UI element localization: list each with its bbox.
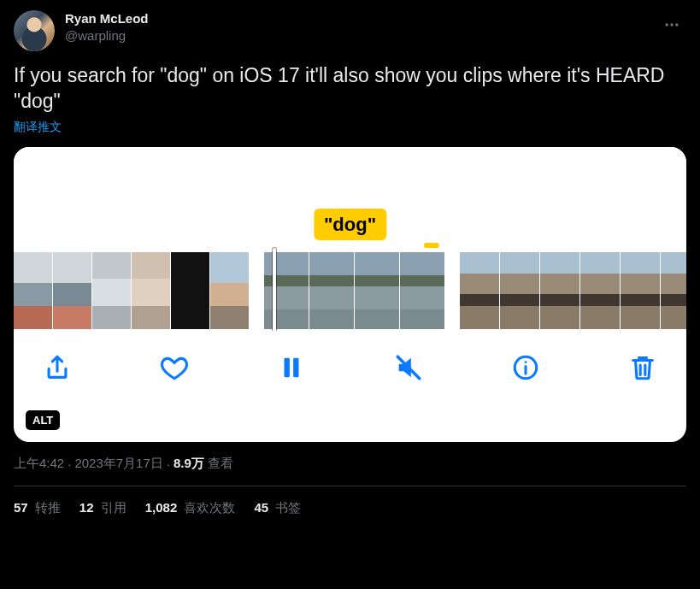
thumbnail[interactable] <box>400 252 444 329</box>
divider <box>14 486 686 486</box>
search-term-bubble: "dog" <box>314 209 386 240</box>
media-card[interactable]: "dog" <box>14 147 686 442</box>
share-icon <box>43 353 72 382</box>
thumbnail[interactable] <box>500 252 539 329</box>
trash-icon <box>628 353 657 382</box>
like-button[interactable] <box>156 350 192 386</box>
info-icon <box>511 353 540 382</box>
time[interactable]: 上午4:42 <box>14 456 64 472</box>
tweet-container: Ryan McLeod @warpling If you search for … <box>0 0 700 516</box>
svg-point-8 <box>525 361 527 363</box>
thumbnail[interactable] <box>621 252 660 329</box>
date[interactable]: 2023年7月17日 <box>74 456 162 472</box>
svg-point-2 <box>675 23 678 26</box>
pause-icon <box>277 353 306 382</box>
clip-group[interactable] <box>264 252 444 331</box>
thumbnail[interactable] <box>355 252 399 329</box>
timeline-marker <box>424 243 439 248</box>
quotes-label: 引用 <box>97 500 126 515</box>
thumbnail[interactable] <box>132 252 170 329</box>
display-name: Ryan McLeod <box>65 10 149 27</box>
dot: · <box>167 456 170 471</box>
handle: @warpling <box>65 27 149 44</box>
views-count: 8.9万 <box>174 456 204 472</box>
tweet-stats: 57 转推 12 引用 1,082 喜欢次数 45 书签 <box>14 500 686 516</box>
author-names[interactable]: Ryan McLeod @warpling <box>65 10 149 44</box>
tweet-header: Ryan McLeod @warpling <box>14 10 686 51</box>
thumbnail[interactable] <box>14 252 52 329</box>
svg-rect-4 <box>293 357 298 377</box>
likes-label: 喜欢次数 <box>180 500 235 515</box>
retweets-count: 57 <box>14 500 28 515</box>
likes-stat[interactable]: 1,082 喜欢次数 <box>145 500 236 516</box>
thumbnail[interactable] <box>580 252 620 329</box>
media-top-area: "dog" <box>14 147 686 228</box>
mute-icon <box>394 353 423 382</box>
clip-group[interactable] <box>460 252 686 331</box>
retweets-label: 转推 <box>32 500 61 515</box>
thumbnail[interactable] <box>53 252 91 329</box>
thumbnail[interactable] <box>264 252 309 329</box>
quotes-stat[interactable]: 12 引用 <box>79 500 126 516</box>
clip-group[interactable] <box>14 252 249 331</box>
quotes-count: 12 <box>79 500 94 515</box>
media-toolbar <box>14 331 686 386</box>
avatar[interactable] <box>14 10 55 51</box>
bookmarks-label: 书签 <box>272 500 301 515</box>
more-button[interactable] <box>657 10 686 39</box>
playhead[interactable] <box>273 248 276 331</box>
bookmarks-stat[interactable]: 45 书签 <box>254 500 301 516</box>
retweets-stat[interactable]: 57 转推 <box>14 500 61 516</box>
thumbnail[interactable] <box>210 252 249 329</box>
thumbnail[interactable] <box>540 252 579 329</box>
video-filmstrip[interactable] <box>14 228 686 331</box>
views-label: 查看 <box>208 456 233 472</box>
dot: · <box>68 456 71 471</box>
more-icon <box>663 16 680 33</box>
pause-button[interactable] <box>274 350 309 386</box>
thumbnail[interactable] <box>171 252 209 329</box>
thumbnail[interactable] <box>661 252 686 329</box>
svg-point-1 <box>670 23 673 26</box>
share-button[interactable] <box>39 350 75 386</box>
thumbnail[interactable] <box>309 252 354 329</box>
delete-button[interactable] <box>625 350 661 386</box>
thumbnail[interactable] <box>460 252 499 329</box>
mute-button[interactable] <box>391 350 426 386</box>
thumbnail[interactable] <box>92 252 131 329</box>
bookmarks-count: 45 <box>254 500 268 515</box>
likes-count: 1,082 <box>145 500 178 515</box>
svg-rect-3 <box>285 357 290 377</box>
translate-link[interactable]: 翻译推文 <box>14 120 686 135</box>
svg-point-0 <box>666 23 668 26</box>
info-button[interactable] <box>508 350 544 386</box>
alt-badge[interactable]: ALT <box>26 410 60 430</box>
heart-icon <box>160 353 189 382</box>
tweet-text: If you search for "dog" on iOS 17 it'll … <box>14 63 686 115</box>
tweet-meta: 上午4:42 · 2023年7月17日 · 8.9万 查看 <box>14 456 686 472</box>
